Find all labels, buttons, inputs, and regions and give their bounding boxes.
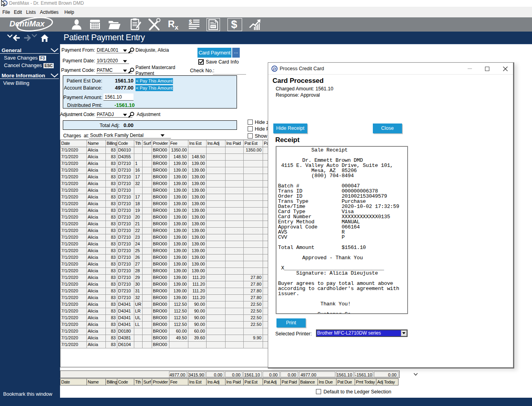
svg-text:D: D [273,66,276,71]
svg-text:$: $ [189,19,192,25]
svg-text:DentiMax: DentiMax [9,19,45,28]
